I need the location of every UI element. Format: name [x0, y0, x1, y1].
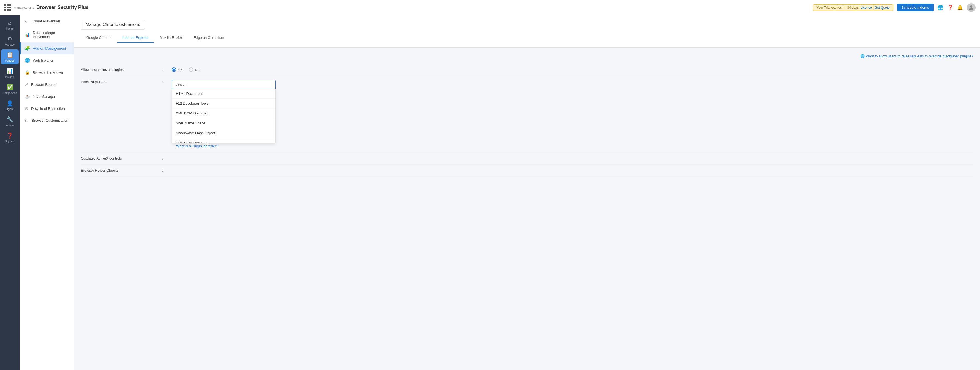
dropdown-item-1[interactable]: HTML Document: [172, 89, 275, 98]
search-dropdown-wrapper: HTML Document F12 Developer Tools XML DO…: [172, 80, 974, 143]
grid-menu-button[interactable]: [5, 4, 11, 11]
notification-icon-button[interactable]: 🔔: [957, 5, 963, 11]
schedule-demo-button[interactable]: Schedule a demo: [897, 3, 934, 11]
sub-sidebar-item-threat-prevention[interactable]: 🛡 Threat Prevention: [20, 15, 74, 27]
brand-name: ManageEngine: [14, 6, 34, 9]
sub-sidebar-item-browser-router[interactable]: ↗ Browser Router: [20, 78, 74, 91]
browser-helper-colon: :: [162, 168, 167, 172]
tab-edge-chromium[interactable]: Edge on Chromium: [188, 33, 230, 43]
header-left: ManageEngine Browser Security Plus: [5, 4, 89, 11]
allow-plugins-label: Allow user to install plugins: [81, 67, 158, 71]
home-icon: ⌂: [8, 20, 11, 26]
blacklist-label: Blacklist plugins: [81, 80, 158, 84]
header: ManageEngine Browser Security Plus Your …: [0, 0, 980, 15]
sub-sidebar-label-java-manager: Java Manager: [33, 95, 55, 98]
form-row-activex: Outdated ActiveX controls :: [81, 152, 974, 165]
sidebar-item-policies[interactable]: 📋 Policies: [1, 49, 19, 65]
plugin-identifier-link[interactable]: What is a Plugin identifier?: [176, 144, 218, 148]
page-header: Manage Chrome extensions Google Chrome I…: [75, 15, 980, 48]
main-layout: ⌂ Home ⚙ Manage 📋 Policies 📊 Insights ✅ …: [0, 15, 980, 370]
globe-icon-button[interactable]: 🌐: [937, 5, 943, 11]
sidebar-item-home[interactable]: ⌂ Home: [1, 17, 19, 32]
sub-sidebar-label-threat-prevention: Threat Prevention: [32, 19, 60, 23]
sidebar-item-insights[interactable]: 📊 Insights: [1, 65, 19, 81]
insights-icon: 📊: [6, 68, 13, 74]
sidebar-label-policies: Policies: [5, 59, 14, 62]
form-row-blacklist: Blacklist plugins : HTML Document F12 De…: [81, 76, 974, 152]
radio-no-circle: [189, 67, 193, 72]
web-isolation-icon: 🌐: [25, 58, 30, 63]
info-banner: 🌐 Want to allow users to raise requests …: [81, 54, 974, 58]
help-icon-button[interactable]: ❓: [947, 5, 953, 11]
download-restriction-icon: ⊙: [25, 106, 29, 111]
radio-no[interactable]: No: [189, 67, 200, 72]
trial-banner: Your Trial expires in -84 days. License …: [813, 4, 893, 11]
sub-sidebar-label-addon-management: Add-on Management: [33, 46, 66, 51]
support-icon: ❓: [6, 132, 13, 139]
sidebar-label-support: Support: [5, 140, 14, 143]
sidebar-label-home: Home: [6, 27, 14, 30]
sidebar-label-admin: Admin: [6, 124, 14, 127]
dropdown-item-5[interactable]: Shockwave Flash Object: [172, 128, 275, 138]
sidebar-item-support[interactable]: ❓ Support: [1, 130, 19, 145]
search-input[interactable]: [172, 80, 275, 89]
dropdown-item-3[interactable]: XML DOM Document: [172, 108, 275, 118]
browser-lockdown-icon: 🔒: [25, 70, 30, 75]
sidebar-item-manage[interactable]: ⚙ Manage: [1, 33, 19, 48]
form-row-allow-plugins: Allow user to install plugins : Yes No: [81, 64, 974, 76]
tab-google-chrome[interactable]: Google Chrome: [81, 33, 117, 43]
radio-no-label: No: [195, 68, 200, 72]
sub-sidebar-item-web-isolation[interactable]: 🌐 Web Isolation: [20, 54, 74, 67]
header-right: Your Trial expires in -84 days. License …: [813, 3, 975, 12]
sub-sidebar-item-java-manager[interactable]: ☕ Java Manager: [20, 91, 74, 102]
activex-colon: :: [162, 156, 167, 160]
dropdown-item-4[interactable]: Shell Name Space: [172, 118, 275, 128]
content-area: Manage Chrome extensions Google Chrome I…: [75, 15, 980, 370]
form-area: 🌐 Want to allow users to raise requests …: [75, 48, 980, 183]
info-banner-link[interactable]: Want to allow users to raise requests to…: [866, 54, 974, 58]
sub-sidebar-label-web-isolation: Web Isolation: [33, 59, 54, 63]
radio-yes-label: Yes: [178, 68, 183, 72]
sidebar-label-manage: Manage: [5, 43, 15, 46]
sidebar: ⌂ Home ⚙ Manage 📋 Policies 📊 Insights ✅ …: [0, 15, 20, 370]
sub-sidebar-item-data-leakage[interactable]: 📊 Data Leakage Prevention: [20, 27, 74, 42]
sidebar-item-agent[interactable]: 👤 Agent: [1, 98, 19, 113]
header-icons: 🌐 ❓ 🔔: [937, 3, 975, 12]
sub-sidebar-item-download-restriction[interactable]: ⊙ Download Restriction: [20, 102, 74, 114]
java-manager-icon: ☕: [25, 94, 30, 99]
radio-yes[interactable]: Yes: [172, 67, 183, 72]
grid-icon: [5, 4, 11, 11]
avatar[interactable]: [967, 3, 975, 12]
radio-yes-dot: [173, 68, 175, 71]
browser-helper-label: Browser Helper Objects: [81, 168, 158, 172]
tab-mozilla-firefox[interactable]: Mozilla Firefox: [154, 33, 188, 43]
sub-sidebar-item-browser-customization[interactable]: 🗂 Browser Customization: [20, 114, 74, 126]
sidebar-item-admin[interactable]: 🔧 Admin: [1, 114, 19, 129]
browser-customization-icon: 🗂: [25, 118, 29, 123]
page-title: Manage Chrome extensions: [81, 20, 145, 30]
admin-icon: 🔧: [6, 116, 13, 123]
sidebar-label-agent: Agent: [6, 108, 13, 111]
sidebar-item-compliance[interactable]: ✅ Compliance: [1, 82, 19, 97]
dropdown-item-2[interactable]: F12 Developer Tools: [172, 98, 275, 108]
radio-yes-circle: [172, 67, 176, 72]
sub-sidebar-item-browser-lockdown[interactable]: 🔒 Browser Lockdown: [20, 67, 74, 78]
agent-icon: 👤: [6, 100, 13, 106]
page-title-bar: Manage Chrome extensions: [81, 20, 974, 30]
license-link[interactable]: License: [861, 6, 872, 10]
blacklist-control: HTML Document F12 Developer Tools XML DO…: [172, 80, 974, 148]
globe-emoji: 🌐: [860, 54, 866, 58]
sidebar-label-compliance: Compliance: [3, 92, 17, 95]
sub-sidebar-label-browser-customization: Browser Customization: [32, 118, 68, 122]
tab-internet-explorer[interactable]: Internet Explorer: [117, 33, 154, 43]
get-quote-link[interactable]: Get Quote: [875, 6, 889, 10]
sub-sidebar-label-browser-lockdown: Browser Lockdown: [33, 70, 63, 75]
dropdown-item-6[interactable]: XML DOM Document: [172, 138, 275, 143]
sub-sidebar-label-data-leakage: Data Leakage Prevention: [33, 30, 70, 39]
addon-management-icon: 🧩: [25, 46, 30, 51]
sub-sidebar-label-browser-router: Browser Router: [31, 83, 56, 87]
sub-sidebar-label-download-restriction: Download Restriction: [31, 106, 65, 111]
sub-sidebar-item-addon-management[interactable]: 🧩 Add-on Management: [20, 42, 74, 54]
policies-icon: 📋: [6, 52, 13, 58]
activex-label: Outdated ActiveX controls: [81, 156, 158, 160]
